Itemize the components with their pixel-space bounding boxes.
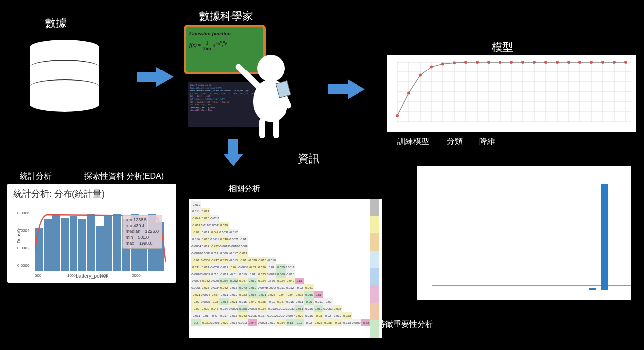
svg-point-41 (510, 61, 513, 64)
svg-point-47 (578, 61, 581, 64)
histogram-chart: μ = 1238.5 σ = 439.4 median = 1226.0 min… (35, 206, 166, 271)
svg-point-38 (476, 61, 479, 64)
label-model: 模型 (492, 40, 513, 55)
svg-point-51 (624, 61, 627, 64)
svg-point-39 (487, 61, 490, 64)
svg-marker-1 (328, 79, 365, 99)
label-dimension-reduction: 降維 (479, 137, 495, 147)
line-chart-panel (387, 55, 636, 132)
label-data-scientist: 數據科學家 (199, 9, 253, 24)
feature-importance-chart (417, 166, 631, 300)
svg-point-40 (499, 61, 501, 64)
histogram-panel: 統計分析: 分布(統計量) Density μ = 1238.5 σ = 439… (7, 184, 176, 283)
svg-point-34 (430, 66, 433, 69)
svg-point-33 (419, 73, 422, 76)
svg-marker-2 (223, 139, 243, 166)
svg-point-45 (556, 61, 559, 64)
chalk-title: Guassian function (189, 30, 260, 36)
arrow-right-icon (137, 65, 176, 89)
svg-point-36 (453, 61, 456, 64)
label-train-model: 訓練模型 (397, 137, 429, 147)
svg-point-48 (590, 61, 593, 64)
chalk-formula: f(x) = 12πσ e-½(x-μσ)² (189, 40, 260, 51)
stats-box: μ = 1238.5 σ = 439.4 median = 1226.0 min… (122, 215, 162, 249)
correlation-matrix: -0.0120.0110.021-0.0420.035-0.0013-0.033… (189, 199, 382, 338)
svg-point-50 (613, 61, 616, 64)
svg-point-44 (544, 61, 547, 64)
label-stats-analysis: 統計分析 (20, 171, 52, 182)
database-icon (30, 40, 99, 119)
label-information: 資訊 (298, 151, 320, 166)
svg-point-49 (601, 61, 604, 64)
arrow-right-icon-2 (328, 77, 367, 102)
label-classify: 分類 (447, 137, 463, 147)
svg-marker-0 (137, 67, 174, 87)
svg-point-32 (407, 91, 410, 94)
label-eda: 探索性資料 分析(EDA) (84, 171, 164, 182)
label-feature-importance: 特徵重要性分析 (377, 319, 433, 330)
colorbar (370, 199, 379, 338)
hist-xlabel: battery_power (7, 273, 176, 279)
svg-point-43 (533, 61, 536, 64)
svg-point-31 (396, 114, 399, 117)
character-figure (248, 55, 293, 144)
svg-point-37 (464, 61, 467, 64)
label-corr-analysis: 相關分析 (228, 184, 260, 194)
label-data: 數據 (45, 16, 67, 31)
hist-title: 統計分析: 分布(統計量) (7, 184, 176, 204)
svg-point-46 (567, 61, 570, 64)
svg-point-35 (441, 63, 444, 66)
svg-point-42 (521, 61, 524, 64)
arrow-down-icon (221, 139, 246, 169)
model-line-chart (387, 55, 636, 132)
